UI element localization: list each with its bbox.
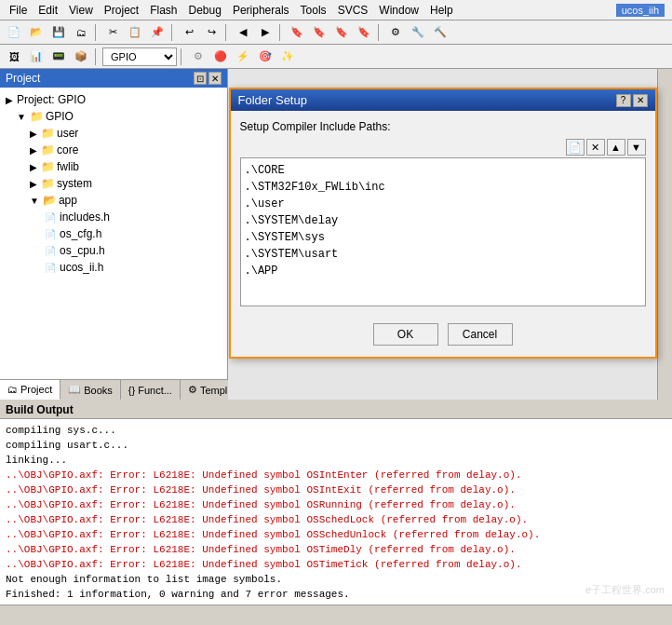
target-btn[interactable]: 🎯 — [255, 48, 276, 66]
core-expand-icon: ▶ — [30, 145, 37, 156]
user-label: user — [57, 127, 78, 140]
ok-button[interactable]: OK — [373, 323, 438, 346]
target-select[interactable]: GPIO — [102, 48, 177, 66]
path-item-6[interactable]: .\APP — [245, 263, 641, 279]
save-btn[interactable]: 💾 — [48, 23, 69, 42]
menu-file[interactable]: File — [4, 2, 33, 19]
panel-float-btn[interactable]: ⊡ — [194, 72, 207, 85]
toolbar-main: 📄 📂 💾 🗂 ✂ 📋 📌 ↩ ↪ ◀ ▶ 🔖 🔖 🔖 🔖 ⚙ 🔧 🔨 — [0, 20, 672, 45]
tab-templ-icon: ⚙ — [188, 384, 197, 396]
debug-run-btn[interactable]: 🔴 — [210, 48, 231, 66]
status-bar — [0, 605, 672, 625]
path-item-0[interactable]: .\CORE — [245, 162, 641, 179]
menu-bar: File Edit View Project Flash Debug Perip… — [0, 0, 672, 20]
flash-btn[interactable]: ⚡ — [233, 48, 253, 66]
project-panel-title: Project — [6, 72, 40, 85]
run-btn[interactable]: ⚙ — [188, 48, 208, 66]
right-scrollbar[interactable] — [657, 69, 672, 400]
user-folder-icon: 📁 — [41, 127, 55, 140]
bookmark2-btn[interactable]: 🔖 — [309, 23, 329, 42]
project-label: Project: GPIO — [17, 93, 86, 106]
menu-view[interactable]: View — [63, 2, 99, 19]
path-new-btn[interactable]: 📄 — [566, 139, 585, 156]
debug2-btn[interactable]: 🔧 — [408, 23, 428, 42]
dialog-title: Folder Setup — [238, 93, 307, 107]
open-btn[interactable]: 📂 — [26, 23, 47, 42]
tree-gpio[interactable]: ▼ 📁 GPIO — [0, 108, 227, 125]
tree-includes[interactable]: 📄 includes.h — [0, 209, 227, 225]
includes-icon: 📄 — [45, 212, 56, 223]
dialog-close-btn[interactable]: ✕ — [633, 94, 648, 107]
tab-project-icon: 🗂 — [7, 384, 18, 395]
new-btn[interactable]: 📄 — [4, 23, 24, 42]
bookmark4-btn[interactable]: 🔖 — [354, 23, 374, 42]
proj-btn2[interactable]: 📊 — [26, 48, 47, 66]
project-panel-header: Project ⊡ ✕ — [0, 69, 227, 88]
tree-user[interactable]: ▶ 📁 user — [0, 125, 227, 142]
menu-tools[interactable]: Tools — [295, 2, 332, 19]
watermark: e子工程世界.com — [585, 583, 665, 597]
tree-os-cpu[interactable]: 📄 os_cpu.h — [0, 242, 227, 259]
tab-funct[interactable]: {} Funct... — [121, 380, 181, 400]
dialog-help-btn[interactable]: ? — [616, 94, 631, 107]
tree-project-root[interactable]: ▶ Project: GPIO — [0, 91, 227, 108]
tree-ucos[interactable]: 📄 ucos_ii.h — [0, 259, 227, 276]
path-up-btn[interactable]: ▲ — [607, 139, 625, 156]
path-item-4[interactable]: .\SYSTEM\sys — [245, 229, 641, 246]
proj-btn4[interactable]: 📦 — [71, 48, 91, 66]
path-list: .\CORE .\STM32F10x_FWLib\inc .\user .\SY… — [240, 157, 646, 306]
app-indicator: ucos_iih — [616, 4, 665, 17]
tab-project[interactable]: 🗂 Project — [0, 380, 60, 400]
tree-os-cfg[interactable]: 📄 os_cfg.h — [0, 225, 227, 242]
path-item-3[interactable]: .\SYSTEM\delay — [245, 212, 641, 229]
tab-books[interactable]: 📖 Books — [60, 380, 121, 400]
paste-btn[interactable]: 📌 — [147, 23, 168, 42]
build-line-4: ..\OBJ\GPIO.axf: Error: L6218E: Undefine… — [6, 482, 666, 497]
panel-close-btn[interactable]: ✕ — [208, 72, 222, 85]
dialog-content: Setup Compiler Include Paths: 📄 ✕ ▲ ▼ .\… — [231, 111, 655, 316]
undo-btn[interactable]: ↩ — [179, 23, 199, 42]
magic-btn[interactable]: ✨ — [277, 48, 298, 66]
nav-back-btn[interactable]: ◀ — [233, 23, 253, 42]
menu-help[interactable]: Help — [424, 2, 459, 19]
user-expand-icon: ▶ — [30, 129, 37, 139]
path-down-btn[interactable]: ▼ — [627, 139, 646, 156]
path-item-1[interactable]: .\STM32F10x_FWLib\inc — [245, 179, 641, 196]
build-line-3: ..\OBJ\GPIO.axf: Error: L6218E: Undefine… — [6, 468, 666, 482]
project-panel: Project ⊡ ✕ ▶ Project: GPIO ▼ 📁 GPIO ▶ 📁… — [0, 69, 228, 400]
save-all-btn[interactable]: 🗂 — [71, 23, 91, 42]
tree-fwlib[interactable]: ▶ 📁 fwlib — [0, 158, 227, 175]
system-label: system — [57, 177, 92, 190]
tree-system[interactable]: ▶ 📁 system — [0, 175, 227, 192]
path-delete-btn[interactable]: ✕ — [586, 139, 605, 156]
redo-btn[interactable]: ↪ — [201, 23, 222, 42]
menu-svcs[interactable]: SVCS — [332, 2, 374, 19]
proj-btn1[interactable]: 🖼 — [4, 48, 24, 66]
path-item-5[interactable]: .\SYSTEM\usart — [245, 246, 641, 263]
tree-app[interactable]: ▼ 📂 app — [0, 192, 227, 209]
nav-fwd-btn[interactable]: ▶ — [255, 23, 276, 42]
path-item-2[interactable]: .\user — [245, 196, 641, 212]
build-output-header: Build Output — [0, 401, 672, 419]
menu-flash[interactable]: Flash — [144, 2, 182, 19]
debug-btn[interactable]: ⚙ — [385, 23, 406, 42]
menu-peripherals[interactable]: Peripherals — [227, 2, 295, 19]
debug3-btn[interactable]: 🔨 — [430, 23, 450, 42]
build-line-11: Finished: 1 information, 0 warning and 7… — [6, 587, 666, 602]
cancel-button[interactable]: Cancel — [448, 323, 513, 346]
menu-project[interactable]: Project — [99, 2, 144, 19]
ucos-icon: 📄 — [45, 263, 56, 273]
proj-btn3[interactable]: 📟 — [48, 48, 69, 66]
project-icon: ▶ — [6, 95, 13, 105]
dialog-footer: OK Cancel — [231, 316, 655, 357]
menu-window[interactable]: Window — [373, 2, 424, 19]
app-label: app — [59, 194, 77, 207]
bookmark-btn[interactable]: 🔖 — [287, 23, 307, 42]
bookmark3-btn[interactable]: 🔖 — [331, 23, 352, 42]
menu-edit[interactable]: Edit — [33, 2, 63, 19]
copy-btn[interactable]: 📋 — [125, 23, 145, 42]
build-line-7: ..\OBJ\GPIO.axf: Error: L6218E: Undefine… — [6, 527, 666, 542]
cut-btn[interactable]: ✂ — [102, 23, 123, 42]
menu-debug[interactable]: Debug — [183, 2, 227, 19]
tree-core[interactable]: ▶ 📁 core — [0, 142, 227, 158]
